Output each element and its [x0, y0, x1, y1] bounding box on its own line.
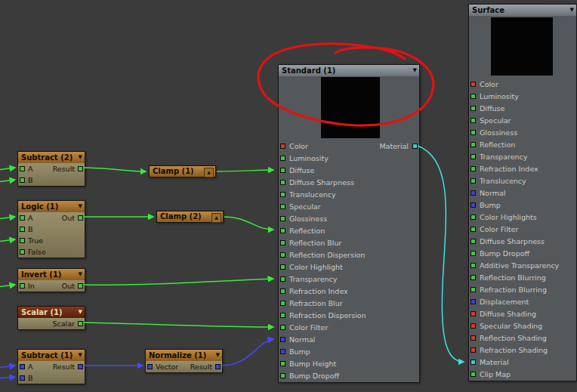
- collapse-arrow-icon[interactable]: ▼: [79, 350, 82, 361]
- surface-input-row: Translucency: [469, 175, 576, 187]
- input-socket[interactable]: [280, 168, 285, 173]
- input-socket[interactable]: [471, 178, 476, 184]
- collapse-arrow-icon[interactable]: ▼: [79, 269, 82, 280]
- input-socket[interactable]: [471, 360, 476, 365]
- input-socket-a[interactable]: [20, 364, 25, 369]
- input-socket-b[interactable]: [20, 177, 25, 183]
- input-label: Refraction Index: [480, 163, 538, 175]
- input-socket[interactable]: [280, 252, 285, 258]
- node-editor-canvas[interactable]: Subtract (2) ▼ A Result B Clamp (1) ▲ Lo…: [0, 0, 577, 392]
- input-socket[interactable]: [471, 275, 476, 280]
- node-title-bar[interactable]: Subtract (1) ▼: [18, 350, 85, 361]
- input-socket[interactable]: [280, 192, 285, 197]
- wire-subtract2-clamp1: [84, 168, 146, 171]
- input-socket-vector[interactable]: [147, 364, 153, 369]
- node-invert-1: Invert (1) ▼ In Out: [17, 268, 85, 292]
- input-socket[interactable]: [280, 216, 285, 221]
- input-socket-a[interactable]: [20, 166, 25, 171]
- input-socket[interactable]: [280, 325, 285, 330]
- node-title-bar[interactable]: Scalar (1) ▼: [18, 307, 85, 318]
- input-socket-a[interactable]: [20, 215, 25, 221]
- node-title-bar[interactable]: Normalize (1) ▼: [146, 350, 222, 361]
- input-socket-true[interactable]: [20, 238, 25, 243]
- input-socket[interactable]: [280, 301, 285, 306]
- input-socket[interactable]: [471, 82, 476, 87]
- input-socket-in[interactable]: [20, 283, 25, 289]
- collapse-arrow-icon[interactable]: ▼: [570, 5, 574, 16]
- input-socket[interactable]: [471, 94, 476, 99]
- input-socket[interactable]: [280, 313, 285, 318]
- input-socket[interactable]: [471, 287, 476, 292]
- input-socket[interactable]: [471, 323, 476, 329]
- node-row: Vector Result: [146, 361, 222, 372]
- input-socket[interactable]: [471, 118, 476, 123]
- node-row: Scalar: [18, 318, 85, 329]
- input-label: Color Filter: [289, 322, 328, 334]
- input-socket[interactable]: [471, 311, 476, 316]
- standard-input-row: Refraction Blur: [279, 298, 419, 310]
- output-socket-material[interactable]: [412, 144, 418, 149]
- node-title-bar[interactable]: Logic (1) ▼: [18, 201, 85, 212]
- node-title-bar[interactable]: Subtract (2) ▼: [18, 152, 85, 163]
- input-socket[interactable]: [471, 154, 476, 159]
- node-title-bar[interactable]: Surface ▼: [469, 5, 576, 16]
- input-socket[interactable]: [471, 251, 476, 256]
- input-socket[interactable]: [471, 130, 476, 135]
- input-socket[interactable]: [471, 372, 476, 377]
- output-socket-out[interactable]: [78, 215, 83, 221]
- collapse-arrow-icon[interactable]: ▼: [216, 350, 220, 361]
- input-socket[interactable]: [280, 373, 285, 378]
- input-socket[interactable]: [280, 204, 285, 209]
- input-socket[interactable]: [471, 335, 476, 341]
- input-socket[interactable]: [471, 263, 476, 268]
- surface-input-row: Color Filter: [469, 224, 576, 236]
- input-socket[interactable]: [471, 142, 476, 147]
- input-socket[interactable]: [471, 347, 476, 353]
- output-socket-out[interactable]: [78, 283, 83, 289]
- node-title: Logic (1): [21, 202, 58, 211]
- wire-in-invert-in: [0, 285, 15, 287]
- node-title-bar[interactable]: Standard (1) ▼: [279, 65, 419, 76]
- input-socket[interactable]: [471, 190, 476, 196]
- input-socket[interactable]: [280, 337, 285, 342]
- collapse-arrow-icon[interactable]: ▼: [79, 152, 82, 163]
- input-socket-false[interactable]: [20, 249, 25, 255]
- input-socket[interactable]: [280, 349, 285, 354]
- input-socket[interactable]: [471, 166, 476, 171]
- input-socket[interactable]: [471, 239, 476, 244]
- expand-arrow-icon[interactable]: ▲: [211, 213, 221, 223]
- input-label: Displacement: [480, 296, 529, 308]
- input-socket-b[interactable]: [20, 227, 25, 232]
- input-label: Bump Dropoff: [480, 248, 529, 260]
- output-socket-result[interactable]: [78, 166, 83, 171]
- input-socket[interactable]: [471, 215, 476, 220]
- input-socket[interactable]: [280, 264, 285, 270]
- input-socket[interactable]: [280, 289, 285, 294]
- node-clamp-2[interactable]: Clamp (2) ▲: [156, 211, 224, 223]
- input-socket[interactable]: [471, 106, 476, 111]
- input-socket[interactable]: [280, 276, 285, 282]
- node-clamp-1[interactable]: Clamp (1) ▲: [149, 165, 216, 177]
- collapse-arrow-icon[interactable]: ▼: [413, 65, 417, 76]
- input-socket[interactable]: [280, 144, 285, 149]
- input-label: Translucency: [480, 175, 526, 187]
- input-socket[interactable]: [280, 240, 285, 245]
- output-label: Result: [53, 361, 75, 372]
- input-socket-b[interactable]: [20, 375, 25, 381]
- output-socket-result[interactable]: [78, 364, 83, 369]
- collapse-arrow-icon[interactable]: ▼: [79, 307, 82, 318]
- node-row: A Result: [18, 361, 85, 372]
- output-socket-result[interactable]: [215, 364, 221, 369]
- input-socket[interactable]: [471, 227, 476, 232]
- output-socket-scalar[interactable]: [78, 321, 83, 326]
- collapse-arrow-icon[interactable]: ▼: [79, 201, 82, 212]
- expand-arrow-icon[interactable]: ▲: [204, 168, 214, 177]
- surface-input-row: Refraction Index: [469, 163, 576, 175]
- input-socket[interactable]: [471, 299, 476, 304]
- input-socket[interactable]: [280, 180, 285, 185]
- node-title-bar[interactable]: Invert (1) ▼: [18, 269, 85, 280]
- input-socket[interactable]: [280, 228, 285, 233]
- input-socket[interactable]: [280, 156, 285, 161]
- input-socket[interactable]: [280, 361, 285, 366]
- input-socket[interactable]: [471, 202, 476, 208]
